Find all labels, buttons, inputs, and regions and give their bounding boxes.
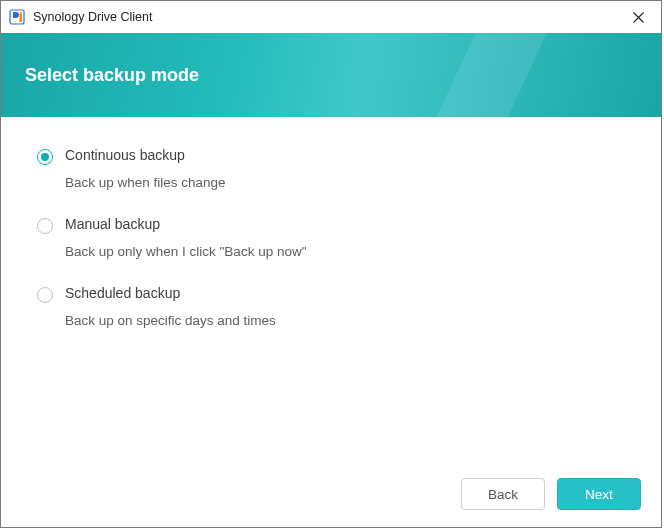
wizard-header: Select backup mode bbox=[1, 33, 661, 117]
svg-rect-1 bbox=[20, 14, 23, 22]
app-window: Synology Drive Client Select backup mode… bbox=[0, 0, 662, 528]
next-button[interactable]: Next bbox=[557, 478, 641, 510]
option-desc: Back up when files change bbox=[65, 175, 226, 190]
app-icon bbox=[9, 9, 25, 25]
wizard-body: Continuous backup Back up when files cha… bbox=[1, 117, 661, 461]
back-button[interactable]: Back bbox=[461, 478, 545, 510]
radio-continuous[interactable] bbox=[37, 149, 53, 165]
option-label[interactable]: Scheduled backup bbox=[65, 285, 276, 301]
option-continuous: Continuous backup Back up when files cha… bbox=[37, 147, 625, 190]
option-scheduled: Scheduled backup Back up on specific day… bbox=[37, 285, 625, 328]
option-desc: Back up only when I click "Back up now" bbox=[65, 244, 306, 259]
close-icon bbox=[633, 12, 644, 23]
option-label[interactable]: Continuous backup bbox=[65, 147, 226, 163]
option-desc: Back up on specific days and times bbox=[65, 313, 276, 328]
header-decoration bbox=[281, 33, 661, 117]
radio-scheduled[interactable] bbox=[37, 287, 53, 303]
radio-manual[interactable] bbox=[37, 218, 53, 234]
option-manual: Manual backup Back up only when I click … bbox=[37, 216, 625, 259]
svg-rect-2 bbox=[20, 12, 23, 14]
titlebar: Synology Drive Client bbox=[1, 1, 661, 33]
wizard-footer: Back Next bbox=[1, 461, 661, 527]
page-title: Select backup mode bbox=[25, 65, 199, 86]
close-button[interactable] bbox=[615, 1, 661, 33]
option-label[interactable]: Manual backup bbox=[65, 216, 306, 232]
window-title: Synology Drive Client bbox=[33, 10, 153, 24]
